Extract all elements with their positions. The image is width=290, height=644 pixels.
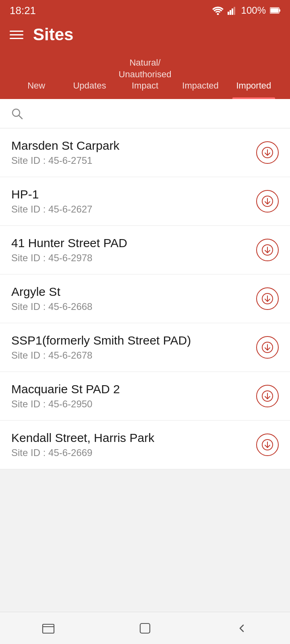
download-btn-6[interactable] <box>256 433 279 456</box>
svg-rect-17 <box>43 624 54 633</box>
app-header: Sites New Updates Natural/Unauthorised I… <box>0 21 290 99</box>
status-bar: 18:21 100% <box>0 0 290 21</box>
download-btn-5[interactable] <box>256 385 279 407</box>
signal-icon <box>228 6 237 15</box>
site-item-6[interactable]: Kendall Street, Harris Park Site ID : 45… <box>0 421 290 469</box>
tab-bar: New Updates Natural/Unauthorised Impact … <box>10 52 280 99</box>
search-input[interactable] <box>29 107 280 120</box>
site-item-1[interactable]: HP-1 Site ID : 45-6-2627 <box>0 177 290 226</box>
site-name-0: Marsden St Carpark <box>11 139 256 153</box>
site-list: Marsden St Carpark Site ID : 45-6-2751 H… <box>0 128 290 469</box>
download-btn-1[interactable] <box>256 190 279 213</box>
site-id-1: Site ID : 45-6-2627 <box>11 204 256 215</box>
site-item-4[interactable]: SSP1(formerly Smith Street PAD) Site ID … <box>0 323 290 372</box>
svg-rect-2 <box>230 10 231 15</box>
wifi-icon <box>212 6 224 15</box>
site-id-5: Site ID : 45-6-2950 <box>11 398 256 410</box>
site-id-6: Site ID : 45-6-2669 <box>11 447 256 458</box>
site-item-5[interactable]: Macquarie St PAD 2 Site ID : 45-6-2950 <box>0 372 290 421</box>
search-bar <box>0 99 290 128</box>
svg-rect-6 <box>271 8 279 13</box>
search-icon <box>10 106 24 121</box>
back-button[interactable] <box>226 616 258 640</box>
tab-updates[interactable]: Updates <box>63 74 116 99</box>
site-id-0: Site ID : 45-6-2751 <box>11 155 256 166</box>
site-name-4: SSP1(formerly Smith Street PAD) <box>11 334 256 347</box>
menu-button[interactable] <box>10 31 23 39</box>
home-button[interactable] <box>129 616 161 640</box>
download-btn-2[interactable] <box>256 239 279 261</box>
tab-imported[interactable]: Imported <box>227 74 280 99</box>
site-name-5: Macquarie St PAD 2 <box>11 382 256 396</box>
svg-rect-3 <box>232 8 233 15</box>
battery-icon <box>270 7 280 14</box>
site-item-3[interactable]: Argyle St Site ID : 45-6-2668 <box>0 275 290 323</box>
svg-point-0 <box>217 13 219 15</box>
download-btn-3[interactable] <box>256 287 279 310</box>
svg-rect-19 <box>140 623 150 633</box>
page-title: Sites <box>33 25 73 44</box>
tab-impacted[interactable]: Impacted <box>174 74 227 99</box>
svg-rect-7 <box>279 9 280 12</box>
site-name-2: 41 Hunter Street PAD <box>11 236 256 250</box>
bottom-nav <box>0 612 290 644</box>
download-btn-4[interactable] <box>256 336 279 359</box>
site-id-2: Site ID : 45-6-2978 <box>11 252 256 264</box>
status-time: 18:21 <box>10 4 36 17</box>
site-name-3: Argyle St <box>11 285 256 299</box>
site-id-3: Site ID : 45-6-2668 <box>11 301 256 312</box>
tab-new[interactable]: New <box>10 74 63 99</box>
download-btn-0[interactable] <box>256 141 279 164</box>
tab-natural[interactable]: Natural/Unauthorised Impact <box>116 52 174 99</box>
recent-apps-button[interactable] <box>32 616 64 640</box>
site-item-2[interactable]: 41 Hunter Street PAD Site ID : 45-6-2978 <box>0 226 290 275</box>
battery-level: 100% <box>241 5 266 16</box>
site-name-6: Kendall Street, Harris Park <box>11 431 256 445</box>
site-item-0[interactable]: Marsden St Carpark Site ID : 45-6-2751 <box>0 128 290 177</box>
site-name-1: HP-1 <box>11 188 256 201</box>
svg-rect-1 <box>228 12 229 15</box>
svg-line-9 <box>19 116 22 119</box>
svg-rect-4 <box>234 7 235 15</box>
site-id-4: Site ID : 45-6-2678 <box>11 350 256 361</box>
